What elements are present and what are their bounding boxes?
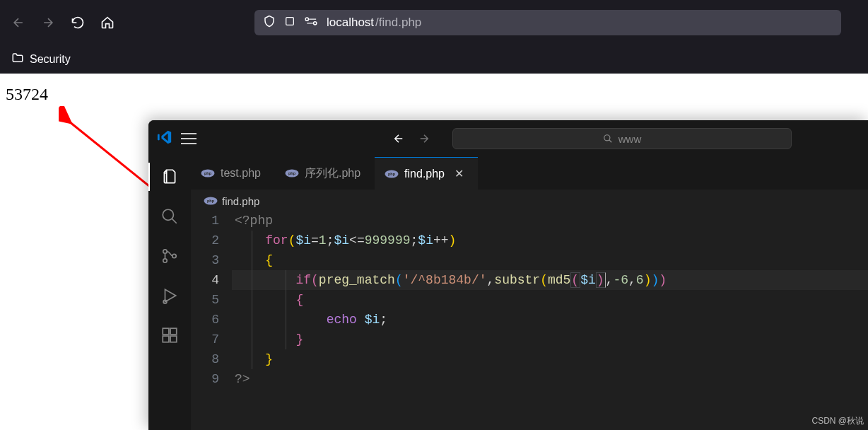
- tab-label: 序列化.php: [305, 166, 360, 181]
- line-gutter: 1 2 3 4 5 6 7 8 9: [191, 209, 232, 430]
- svg-point-7: [163, 259, 167, 262]
- svg-point-8: [172, 254, 176, 257]
- browser-toolbar: localhost/find.php: [0, 0, 868, 45]
- permissions-icon: [304, 16, 318, 30]
- code-lines: <?php for($i=1;$i<=999999;$i++) { if(pre…: [232, 209, 868, 430]
- svg-rect-12: [170, 336, 177, 342]
- vscode-back-button[interactable]: [389, 129, 409, 149]
- address-bar[interactable]: localhost/find.php: [254, 10, 841, 35]
- search-icon: [603, 134, 613, 144]
- php-file-icon: php: [385, 169, 399, 179]
- reload-button[interactable]: [68, 13, 88, 33]
- svg-text:php: php: [207, 199, 215, 203]
- page-info-icon: [284, 16, 295, 30]
- breadcrumb[interactable]: php find.php: [191, 190, 868, 209]
- bookmarks-bar: Security: [0, 45, 868, 74]
- vscode-search-box[interactable]: www: [452, 128, 792, 149]
- svg-rect-10: [163, 328, 169, 335]
- svg-point-2: [314, 21, 317, 24]
- svg-text:php: php: [288, 171, 296, 175]
- extensions-icon[interactable]: [160, 325, 180, 345]
- close-icon[interactable]: ✕: [454, 167, 464, 180]
- vscode-forward-button[interactable]: [414, 129, 434, 149]
- shield-icon: [263, 15, 276, 31]
- url-text: localhost/find.php: [327, 16, 421, 30]
- folder-icon: [11, 52, 24, 67]
- tab-label: find.php: [404, 168, 445, 180]
- bookmark-folder-security[interactable]: Security: [30, 53, 71, 66]
- tab-serialize-php[interactable]: php 序列化.php: [275, 157, 375, 190]
- svg-point-4: [604, 135, 610, 141]
- svg-text:php: php: [204, 171, 212, 175]
- back-button[interactable]: [8, 13, 28, 33]
- forward-button[interactable]: [38, 13, 58, 33]
- search-activity-icon[interactable]: [160, 207, 180, 226]
- svg-point-5: [163, 209, 173, 220]
- vscode-search-text: www: [618, 133, 642, 145]
- vscode-logo-icon: [157, 129, 172, 148]
- svg-rect-0: [286, 17, 294, 25]
- watermark: CSDN @秋说: [811, 415, 864, 427]
- editor-area: php test.php php 序列化.php php find.php ✕ …: [191, 157, 868, 430]
- tab-test-php[interactable]: php test.php: [191, 157, 275, 190]
- home-button[interactable]: [98, 13, 117, 33]
- svg-point-1: [305, 18, 308, 21]
- code-editor[interactable]: 1 2 3 4 5 6 7 8 9 <?php for($i=1;$i<=999…: [191, 209, 868, 430]
- php-file-icon: php: [285, 168, 299, 178]
- svg-point-6: [163, 250, 167, 253]
- page-body-output: 53724: [0, 74, 868, 115]
- vscode-window: www php test.php php 序列化.php php: [148, 120, 868, 430]
- editor-tabs: php test.php php 序列化.php php find.php ✕: [191, 157, 868, 190]
- svg-rect-13: [170, 328, 177, 335]
- breadcrumb-item: find.php: [222, 195, 259, 207]
- svg-rect-11: [163, 336, 169, 342]
- explorer-icon[interactable]: [160, 167, 180, 187]
- php-file-icon: php: [201, 168, 215, 178]
- tab-find-php[interactable]: php find.php ✕: [375, 157, 478, 190]
- svg-text:php: php: [388, 172, 396, 176]
- tab-label: test.php: [221, 167, 261, 180]
- activity-bar: [148, 157, 191, 430]
- source-control-icon[interactable]: [160, 246, 180, 266]
- run-debug-icon[interactable]: [160, 286, 180, 306]
- vscode-titlebar: www: [148, 120, 868, 157]
- menu-button[interactable]: [181, 133, 197, 144]
- php-file-icon: php: [204, 196, 218, 206]
